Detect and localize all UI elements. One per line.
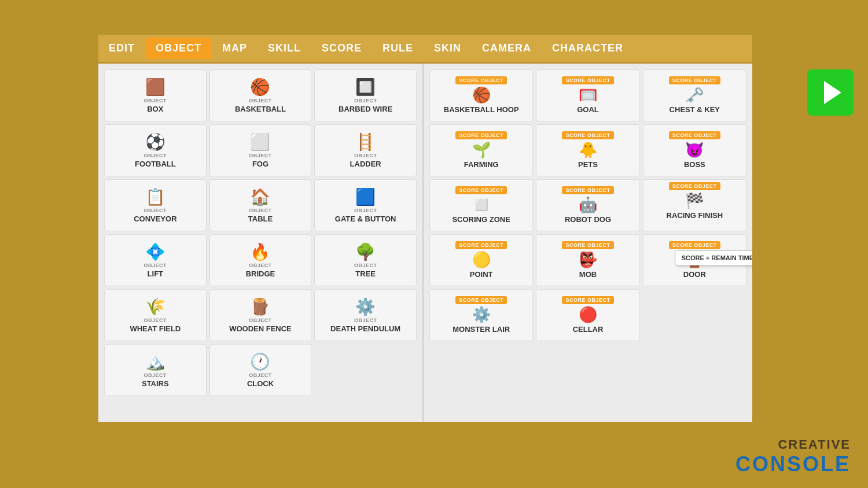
watermark-console: CONSOLE (735, 452, 851, 476)
racing-finish-badge: SCORE OBJECT (669, 182, 720, 190)
farming-badge: SCORE OBJECT (455, 131, 507, 139)
score-farming[interactable]: SCORE OBJECT 🌱 FARMING (429, 124, 533, 176)
nav-skill[interactable]: SKILL (258, 38, 311, 59)
score-mob[interactable]: SCORE OBJECT 👺 MOB (536, 234, 639, 286)
object-basketball[interactable]: 🏀 OBJECT BASKETBALL (209, 69, 312, 121)
nav-rule[interactable]: RULE (372, 38, 424, 59)
conveyor-label: OBJECT (144, 208, 167, 213)
fog-icon: ⬜ (250, 132, 270, 151)
football-label: OBJECT (144, 153, 167, 158)
pets-icon: 🐥 (579, 141, 597, 159)
chest-key-badge: SCORE OBJECT (669, 76, 720, 84)
nav-edit[interactable]: EDIT (98, 38, 145, 59)
conveyor-name: CONVEYOR (134, 215, 176, 224)
score-boss[interactable]: SCORE OBJECT 😈 BOSS (643, 124, 746, 176)
basketball-hoop-name: BASKETBALL HOOP (444, 105, 519, 114)
wheat-field-name: WHEAT FIELD (130, 324, 181, 334)
nav-score[interactable]: SCORE (311, 38, 372, 59)
watermark-creative: CREATIVE (735, 437, 851, 452)
chest-key-icon: 🗝️ (685, 86, 704, 104)
cellar-name: CELLAR (573, 325, 604, 334)
placeholder1-icon: 🏔️ (145, 352, 165, 371)
object-gate-button[interactable]: 🟦 OBJECT GATE & BUTTON (314, 179, 417, 231)
object-placeholder1[interactable]: 🏔️ OBJECT STAIRS (104, 344, 207, 396)
death-pendulum-icon: ⚙️ (355, 297, 376, 316)
basketball-name: BASKETBALL (235, 105, 286, 114)
object-football[interactable]: ⚽ OBJECT FOOTBALL (104, 124, 207, 176)
death-pendulum-name: DEATH PENDULUM (330, 324, 400, 334)
point-icon: 🟡 (472, 251, 491, 269)
content-area: 🟫 OBJECT BOX 🏀 OBJECT BASKETBALL 🔲 OBJEC… (98, 64, 752, 422)
goal-name: GOAL (577, 105, 599, 114)
score-racing-finish[interactable]: SCORE OBJECT 🏁 RACING FINISH SCORE = REM… (643, 179, 746, 231)
wooden-fence-name: WOODEN FENCE (229, 324, 292, 334)
ladder-icon: 🪜 (355, 132, 376, 151)
object-fog[interactable]: ⬜ OBJECT FOG (209, 124, 312, 176)
door-badge: SCORE OBJECT (669, 241, 720, 249)
basketball-hoop-badge: SCORE OBJECT (455, 76, 507, 84)
boss-name: BOSS (684, 160, 705, 169)
door-icon: 🚪 (685, 251, 704, 269)
object-table[interactable]: 🏠 OBJECT TABLE (209, 179, 312, 231)
lift-label: OBJECT (144, 263, 167, 268)
object-death-pendulum[interactable]: ⚙️ OBJECT DEATH PENDULUM (314, 289, 417, 341)
score-basketball-hoop[interactable]: SCORE OBJECT 🏀 BASKETBALL HOOP (429, 69, 533, 121)
goal-icon: 🥅 (579, 86, 597, 104)
barbed-wire-name: BARBED WIRE (339, 105, 392, 114)
placeholder2-name: CLOCK (247, 379, 274, 389)
lift-name: LIFT (148, 269, 163, 279)
robot-dog-name: ROBOT DOG (565, 215, 611, 224)
bridge-label: OBJECT (249, 263, 272, 268)
nav-skin[interactable]: SKIN (424, 38, 472, 59)
monster-lair-badge: SCORE OBJECT (455, 296, 507, 304)
score-point[interactable]: SCORE OBJECT 🟡 POINT (429, 234, 533, 286)
object-barbed-wire[interactable]: 🔲 OBJECT BARBED WIRE (314, 69, 417, 121)
object-lift[interactable]: 💠 OBJECT LIFT (104, 234, 207, 286)
objects-panel: 🟫 OBJECT BOX 🏀 OBJECT BASKETBALL 🔲 OBJEC… (98, 64, 422, 422)
score-chest-key[interactable]: SCORE OBJECT 🗝️ CHEST & KEY (643, 69, 746, 121)
scoring-zone-icon: ◻️ (472, 196, 491, 214)
object-ladder[interactable]: 🪜 OBJECT LADDER (314, 124, 417, 176)
object-wooden-fence[interactable]: 🪵 OBJECT WOODEN FENCE (209, 289, 312, 341)
mob-name: MOB (579, 270, 597, 279)
wooden-fence-label: OBJECT (249, 317, 272, 323)
score-scoring-zone[interactable]: SCORE OBJECT ◻️ SCORING ZONE (429, 179, 533, 231)
nav-object[interactable]: OBJECT (145, 38, 212, 59)
table-label: OBJECT (249, 208, 272, 213)
play-button[interactable] (807, 69, 854, 116)
nav-camera[interactable]: CAMERA (472, 38, 542, 59)
robot-dog-icon: 🤖 (579, 196, 597, 214)
object-conveyor[interactable]: 📋 OBJECT CONVEYOR (104, 179, 207, 231)
tree-label: OBJECT (354, 263, 377, 268)
wooden-fence-icon: 🪵 (250, 297, 270, 316)
goal-badge: SCORE OBJECT (562, 76, 613, 84)
gate-button-name: GATE & BUTTON (335, 215, 396, 224)
mob-icon: 👺 (579, 251, 597, 269)
object-tree[interactable]: 🌳 OBJECT TREE (314, 234, 417, 286)
score-cellar[interactable]: SCORE OBJECT 🔴 CELLAR (536, 289, 639, 341)
score-monster-lair[interactable]: SCORE OBJECT ⚙️ MONSTER LAIR (429, 289, 533, 341)
score-pets[interactable]: SCORE OBJECT 🐥 PETS (536, 124, 639, 176)
score-robot-dog[interactable]: SCORE OBJECT 🤖 ROBOT DOG (536, 179, 639, 231)
object-bridge[interactable]: 🔥 OBJECT BRIDGE (209, 234, 312, 286)
object-wheat-field[interactable]: 🌾 OBJECT WHEAT FIELD (104, 289, 207, 341)
conveyor-icon: 📋 (145, 187, 165, 206)
boss-icon: 😈 (685, 141, 704, 159)
placeholder1-label: OBJECT (144, 372, 167, 378)
basketball-hoop-icon: 🏀 (472, 86, 491, 104)
box-name: BOX (147, 105, 163, 114)
pets-name: PETS (578, 160, 598, 169)
placeholder2-icon: 🕐 (250, 352, 270, 371)
gate-button-label: OBJECT (354, 208, 377, 213)
object-placeholder2[interactable]: 🕐 OBJECT CLOCK (209, 344, 312, 396)
fog-label: OBJECT (249, 153, 272, 158)
nav-character[interactable]: CHARACTER (542, 38, 634, 59)
basketball-label: OBJECT (249, 98, 272, 103)
scoring-zone-badge: SCORE OBJECT (455, 186, 507, 194)
object-box[interactable]: 🟫 OBJECT BOX (104, 69, 207, 121)
nav-map[interactable]: MAP (212, 38, 258, 59)
chest-key-name: CHEST & KEY (670, 105, 720, 114)
placeholder1-name: STAIRS (142, 379, 169, 389)
score-door[interactable]: SCORE OBJECT 🚪 DOOR (643, 234, 746, 286)
score-goal[interactable]: SCORE OBJECT 🥅 GOAL (536, 69, 639, 121)
